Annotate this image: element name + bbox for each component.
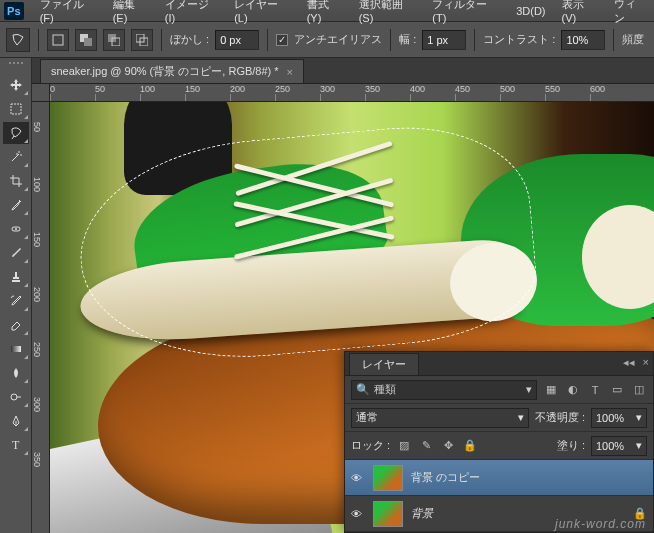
layer-row[interactable]: 👁 背景 のコピー: [345, 460, 653, 496]
filter-pixel-icon[interactable]: ▦: [543, 382, 559, 398]
menu-bar: Ps ファイル(F) 編集(E) イメージ(I) レイヤー(L) 書式(Y) 選…: [0, 0, 654, 22]
layer-thumbnail[interactable]: [373, 501, 403, 527]
svg-rect-10: [11, 346, 21, 352]
lock-label: ロック :: [351, 438, 390, 453]
close-panel-icon[interactable]: ×: [643, 356, 649, 369]
lock-position-icon[interactable]: ✥: [440, 438, 456, 454]
vertical-ruler[interactable]: 50100150200250300350: [32, 102, 50, 533]
frequency-label: 頻度: [622, 32, 644, 47]
svg-rect-2: [84, 38, 92, 46]
menu-filter[interactable]: フィルター(T): [424, 0, 508, 24]
dropdown-arrow-icon: ▾: [636, 439, 642, 452]
document-tab[interactable]: sneaker.jpg @ 90% (背景 のコピー, RGB/8#) * ×: [40, 59, 304, 83]
layer-name[interactable]: 背景 のコピー: [411, 470, 480, 485]
layers-panel: レイヤー ◂◂ × 🔍 種類 ▾ ▦ ◐ T ▭ ◫ 通常 ▾ 不透明度 : 1…: [344, 351, 654, 533]
menu-type[interactable]: 書式(Y): [299, 0, 351, 24]
menu-layer[interactable]: レイヤー(L): [226, 0, 298, 24]
svg-rect-7: [11, 104, 21, 114]
toolbox: T: [0, 58, 32, 533]
contrast-input[interactable]: 10%: [561, 30, 605, 50]
svg-point-11: [11, 394, 17, 400]
layer-name[interactable]: 背景: [411, 506, 433, 521]
fill-value: 100%: [596, 440, 624, 452]
blend-mode-dropdown[interactable]: 通常 ▾: [351, 408, 529, 428]
healing-tool[interactable]: [3, 218, 29, 240]
marquee-tool[interactable]: [3, 98, 29, 120]
blur-tool[interactable]: [3, 362, 29, 384]
blur-input[interactable]: 0 px: [215, 30, 259, 50]
opacity-label: 不透明度 :: [535, 410, 585, 425]
watermark: junk-word.com: [555, 517, 646, 531]
blend-mode-value: 通常: [356, 410, 378, 425]
type-tool[interactable]: T: [3, 434, 29, 456]
add-selection-button[interactable]: [75, 29, 97, 51]
filter-smart-icon[interactable]: ◫: [631, 382, 647, 398]
antialias-checkbox[interactable]: ✓: [276, 34, 288, 46]
lock-pixels-icon[interactable]: ✎: [418, 438, 434, 454]
layer-thumbnail[interactable]: [373, 465, 403, 491]
svg-text:T: T: [12, 438, 20, 452]
width-label: 幅 :: [399, 32, 416, 47]
toolbox-grip[interactable]: [3, 62, 29, 70]
layer-filter-value: 種類: [374, 382, 396, 397]
layers-tab[interactable]: レイヤー: [349, 353, 419, 375]
lock-transparency-icon[interactable]: ▨: [396, 438, 412, 454]
app-logo: Ps: [4, 2, 24, 20]
opacity-input[interactable]: 100% ▾: [591, 408, 647, 428]
visibility-toggle-icon[interactable]: 👁: [351, 472, 365, 484]
pen-tool[interactable]: [3, 410, 29, 432]
menu-view[interactable]: 表示(V): [554, 0, 606, 24]
close-tab-button[interactable]: ×: [287, 66, 293, 78]
antialias-label: アンチエイリアス: [294, 32, 382, 47]
gradient-tool[interactable]: [3, 338, 29, 360]
magic-wand-tool[interactable]: [3, 146, 29, 168]
eraser-tool[interactable]: [3, 314, 29, 336]
visibility-toggle-icon[interactable]: 👁: [351, 508, 365, 520]
menu-3d[interactable]: 3D(D): [508, 5, 553, 17]
menu-window[interactable]: ウィン: [606, 0, 654, 26]
intersect-selection-button[interactable]: [131, 29, 153, 51]
dropdown-arrow-icon: ▾: [526, 383, 532, 396]
blur-label: ぼかし :: [170, 32, 209, 47]
document-tab-bar: sneaker.jpg @ 90% (背景 のコピー, RGB/8#) * ×: [0, 58, 654, 84]
history-brush-tool[interactable]: [3, 290, 29, 312]
svg-rect-0: [53, 35, 63, 45]
eyedropper-tool[interactable]: [3, 194, 29, 216]
collapse-panel-icon[interactable]: ◂◂: [623, 356, 635, 369]
crop-tool[interactable]: [3, 170, 29, 192]
document-tab-title: sneaker.jpg @ 90% (背景 のコピー, RGB/8#) *: [51, 64, 279, 79]
dropdown-arrow-icon: ▾: [518, 411, 524, 424]
menu-image[interactable]: イメージ(I): [157, 0, 226, 24]
move-tool[interactable]: [3, 74, 29, 96]
filter-adjust-icon[interactable]: ◐: [565, 382, 581, 398]
fill-input[interactable]: 100% ▾: [591, 436, 647, 456]
new-selection-button[interactable]: [47, 29, 69, 51]
fill-label: 塗り :: [557, 438, 585, 453]
contrast-label: コントラスト :: [483, 32, 555, 47]
ruler-origin[interactable]: [32, 84, 50, 102]
brush-tool[interactable]: [3, 242, 29, 264]
active-tool-indicator[interactable]: [6, 28, 30, 52]
layer-filter-dropdown[interactable]: 🔍 種類 ▾: [351, 380, 537, 400]
svg-point-9: [15, 228, 17, 230]
width-input[interactable]: 1 px: [422, 30, 466, 50]
filter-type-icon[interactable]: T: [587, 382, 603, 398]
subtract-selection-button[interactable]: [103, 29, 125, 51]
search-icon: 🔍: [356, 383, 370, 396]
menu-file[interactable]: ファイル(F): [32, 0, 105, 24]
stamp-tool[interactable]: [3, 266, 29, 288]
lock-all-icon[interactable]: 🔒: [462, 438, 478, 454]
dropdown-arrow-icon: ▾: [636, 411, 642, 424]
menu-select[interactable]: 選択範囲(S): [351, 0, 425, 24]
panel-tab-bar: レイヤー ◂◂ ×: [345, 352, 653, 376]
menu-edit[interactable]: 編集(E): [105, 0, 157, 24]
filter-shape-icon[interactable]: ▭: [609, 382, 625, 398]
opacity-value: 100%: [596, 412, 624, 424]
lasso-tool[interactable]: [3, 122, 29, 144]
options-bar: ぼかし : 0 px ✓ アンチエイリアス 幅 : 1 px コントラスト : …: [0, 22, 654, 58]
dodge-tool[interactable]: [3, 386, 29, 408]
horizontal-ruler[interactable]: 050100150200250300350400450500550600: [50, 84, 654, 102]
